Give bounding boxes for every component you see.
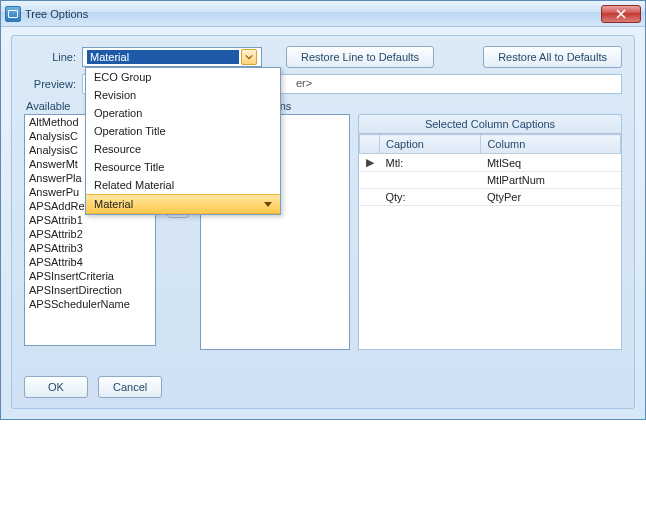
available-item[interactable]: APSAttrib3 bbox=[25, 241, 155, 255]
line-label: Line: bbox=[24, 51, 76, 63]
restore-line-button[interactable]: Restore Line to Defaults bbox=[286, 46, 434, 68]
available-item[interactable]: APSAttrib2 bbox=[25, 227, 155, 241]
dropdown-item[interactable]: Related Material bbox=[86, 176, 280, 194]
available-item[interactable]: APSInsertDirection bbox=[25, 283, 155, 297]
line-combo-value: Material bbox=[87, 50, 239, 64]
chevron-down-icon bbox=[245, 53, 253, 61]
available-item[interactable]: APSAttrib4 bbox=[25, 255, 155, 269]
available-item[interactable]: APSSchedulerName bbox=[25, 297, 155, 311]
grid-row[interactable]: ▶Mtl:MtlSeq bbox=[360, 154, 621, 172]
column-header[interactable]: Column bbox=[481, 135, 621, 154]
tree-options-window: Tree Options Line: Material Restore Line… bbox=[0, 0, 646, 420]
dropdown-item[interactable]: Operation Title bbox=[86, 122, 280, 140]
ok-button[interactable]: OK bbox=[24, 376, 88, 398]
grid-row[interactable]: Qty:QtyPer bbox=[360, 189, 621, 206]
line-row: Line: Material Restore Line to Defaults … bbox=[24, 46, 622, 68]
captions-grid[interactable]: Caption Column ▶Mtl:MtlSeqMtlPartNumQty:… bbox=[358, 133, 622, 350]
dropdown-item[interactable]: Material bbox=[86, 194, 280, 214]
captions-group: Selected Column Captions Caption Column … bbox=[358, 100, 622, 350]
captions-grid-title: Selected Column Captions bbox=[358, 114, 622, 133]
dropdown-item[interactable]: ECO Group bbox=[86, 68, 280, 86]
dialog-body: Line: Material Restore Line to Defaults … bbox=[11, 35, 635, 409]
app-icon bbox=[5, 6, 21, 22]
line-combo[interactable]: Material bbox=[82, 47, 262, 67]
preview-text: er> bbox=[296, 77, 312, 89]
dropdown-item[interactable]: Revision bbox=[86, 86, 280, 104]
available-item[interactable]: APSAttrib1 bbox=[25, 213, 155, 227]
available-item[interactable]: APSInsertCriteria bbox=[25, 269, 155, 283]
close-icon bbox=[616, 9, 626, 19]
restore-all-button[interactable]: Restore All to Defaults bbox=[483, 46, 622, 68]
line-dropdown-list[interactable]: ECO GroupRevisionOperationOperation Titl… bbox=[85, 67, 281, 215]
titlebar: Tree Options bbox=[1, 1, 645, 27]
caption-header[interactable]: Caption bbox=[380, 135, 481, 154]
dropdown-item[interactable]: Resource Title bbox=[86, 158, 280, 176]
combo-dropdown-button[interactable] bbox=[241, 49, 257, 65]
preview-label: Preview: bbox=[24, 78, 76, 90]
dropdown-item[interactable]: Operation bbox=[86, 104, 280, 122]
dialog-footer: OK Cancel bbox=[24, 376, 162, 398]
cancel-button[interactable]: Cancel bbox=[98, 376, 162, 398]
dropdown-item[interactable]: Resource bbox=[86, 140, 280, 158]
close-button[interactable] bbox=[601, 5, 641, 23]
window-title: Tree Options bbox=[25, 8, 88, 20]
grid-row[interactable]: MtlPartNum bbox=[360, 172, 621, 189]
